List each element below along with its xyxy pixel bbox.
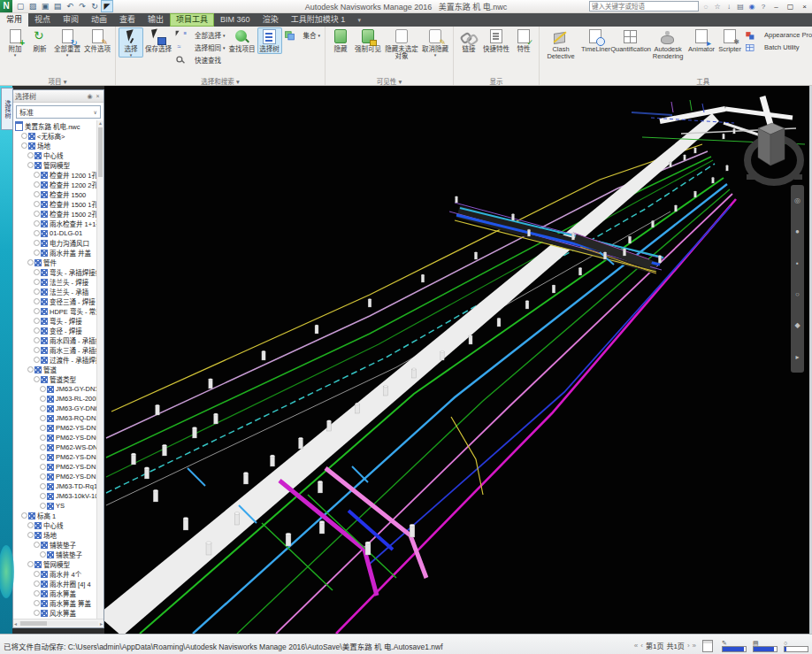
tree-node[interactable]: JM63-GY-DN600 [13,404,96,413]
ribbon-button-全部选择[interactable]: 全部选择▾ [173,29,227,41]
ribbon-button-强制可见[interactable]: 强制可见 [353,27,383,54]
tab-视点[interactable]: 视点 [28,13,57,27]
tree-node[interactable]: 雨水箅盖 [13,589,96,598]
tree-node[interactable]: 雨水井盖 井盖 [13,248,96,258]
scroll-up-icon[interactable]: ▲ [98,120,103,126]
ribbon-button-取消隐藏[interactable]: 取消隐藏▾ [420,27,450,58]
ribbon-button-查找项目[interactable]: 查找项目 [227,27,257,54]
search-icon[interactable]: ◌ [701,3,710,11]
ribbon-button-TimeLiner[interactable]: TimeLiner [579,27,612,54]
tree-node[interactable]: 过渡件 - 承插焊接 [13,355,96,365]
tree-node[interactable]: 管件 [13,258,96,267]
scroll-right-icon[interactable]: ▸ [100,620,103,627]
tree-node[interactable]: PM62-YS-DN800 [13,452,96,462]
tree-node[interactable]: 风水箅盖 [13,608,96,618]
ribbon-button-特性[interactable]: 特性 [511,27,536,54]
ribbon-button-选择[interactable]: 选择▾ [119,27,143,58]
ribbon-button-Animator[interactable]: Animator [686,27,716,54]
next-page-icon[interactable]: › [687,642,690,650]
tree-vertical-scrollbar[interactable]: ▲ [96,120,103,619]
ribbon-button-文件选项[interactable]: 文件选项 [82,27,112,54]
tab-项目工具[interactable]: 项目工具 [170,13,214,27]
tree-node[interactable]: 检查井 1500 [13,189,96,199]
tree-node[interactable]: 电力沟通风口 [13,238,96,248]
new-icon[interactable]: ▢ [15,1,26,12]
tree-node[interactable]: 法兰头 - 承插 [13,287,96,296]
ribbon-button-隐藏[interactable]: 隐藏 [328,27,353,54]
tree-node[interactable]: 中心线 [13,520,96,530]
tree-node[interactable]: 检查井 1500 2孔 [13,209,96,219]
sign-in-icon[interactable]: ◉ [747,3,756,11]
ribbon-button-链接[interactable]: 链接 [456,27,481,54]
orbit-icon[interactable]: ○ [795,290,800,298]
tree-node[interactable]: JM63-TD-Rq10 [13,481,96,491]
tab-查看[interactable]: 查看 [113,13,142,27]
tree-node[interactable]: PM62-YS-DN500 [13,423,96,433]
tab-渲染[interactable]: 渲染 [257,13,285,27]
tree-node[interactable]: 管道 [13,365,96,374]
ribbon-button-选择相同[interactable]: 选择相同▾ [173,42,227,53]
tree-node[interactable]: 雨水箅盖 箅盖 [13,598,96,608]
zoom-icon[interactable]: ▪ [796,259,799,267]
ribbon-button-全部重置[interactable]: 全部重置▾ [52,27,82,58]
ribbon-button-选择树[interactable]: 选择树 [257,27,282,54]
tab-BIM 360[interactable]: BIM 360 [214,13,257,27]
tree-node[interactable]: 检查井 1200 2孔 [13,180,96,189]
close-icon[interactable]: × [94,93,102,99]
tree-node[interactable]: 01-DLG-01 [13,228,96,238]
tree-node[interactable]: 雨水检查井 1+1孔 [13,219,96,228]
restore-button[interactable]: ▢ [785,3,796,11]
tree-node[interactable]: PM62-YS-DN1000 [13,462,96,472]
viewport-3d-scene[interactable] [104,86,809,634]
print-icon[interactable]: ▤ [52,1,63,12]
tree-node[interactable]: 检查井 1500 1孔 [13,199,96,209]
sheet-browser-icon[interactable] [702,640,713,652]
tree-node[interactable]: 雨水三通 - 承插组 [13,345,96,355]
ribbon-button-Quantification[interactable]: Quantification [612,27,649,54]
viewport-3d[interactable]: ◎●▪○◆▸ [104,86,812,634]
tree-node[interactable]: 雨水井圈 [4] 4 [13,579,96,589]
tree-node[interactable]: 标高 1 [13,511,96,520]
star-icon[interactable]: ☆ [713,3,722,11]
tab-动画[interactable]: 动画 [85,13,113,27]
ribbon-options-icon[interactable]: ▾ [351,13,367,27]
tree-node[interactable]: 管网模型 [13,160,96,170]
tab-常用[interactable]: 常用 [0,13,28,27]
select-icon[interactable]: ◤ [102,1,112,12]
close-button[interactable]: × [799,3,810,11]
tree-node[interactable]: 管道类型 [13,374,96,384]
refresh-icon[interactable]: ↻ [89,1,100,12]
pin-icon[interactable]: ◉ [86,93,94,100]
open-icon[interactable]: ▨ [27,1,38,12]
tab-输出[interactable]: 输出 [142,13,170,27]
tree-node[interactable]: 场地 [13,530,96,540]
scrollbar-thumb[interactable] [20,621,47,626]
ribbon-button-刷新[interactable]: 刷新 [27,27,52,54]
ribbon-button-Appearance Profiler[interactable]: Appearance Profiler [743,29,812,41]
tree-horizontal-scrollbar[interactable]: ◂ ▸ [13,619,103,627]
tree-node[interactable]: JM63-RL-200kV [13,394,96,404]
look-icon[interactable]: ◆ [794,321,800,329]
ribbon-button-隐藏未选定对象[interactable]: 隐藏未选定对象 [383,27,420,62]
ribbon-button-快捷特性[interactable]: 快捷特性 [481,27,511,54]
tree-node[interactable]: 管网模型 [13,559,96,569]
tree-node[interactable]: 弯头 - 焊接 [13,316,96,326]
scroll-left-icon[interactable]: ◂ [14,620,17,627]
tree-node[interactable]: JM63-RQ-DN200 [13,413,96,423]
ribbon-button-Scripter[interactable]: Scripter [716,27,743,54]
ribbon-button-Clash Detective[interactable]: Clash Detective [542,27,579,62]
walk-icon[interactable]: ▸ [795,353,799,361]
tree-node[interactable]: 弯头 - 承插焊接组 [13,267,96,277]
undo-icon[interactable]: ↶ [65,1,75,12]
selection-tree-side-tab[interactable]: 选择树 [1,88,13,130]
tree-node[interactable]: PM62-YS-DN600 [13,433,96,442]
tree-node[interactable]: 中心线 [13,150,96,160]
scrollbar-thumb[interactable] [98,127,103,177]
pan-hand-icon[interactable]: ● [795,227,800,235]
infocenter-search-input[interactable] [589,1,699,12]
ribbon-button-附加[interactable]: 附加▾ [3,27,27,58]
ribbon-button-快速查找[interactable]: 快速查找 [173,54,227,65]
tree-node[interactable]: 检查井 1200 1孔 [13,170,96,180]
tree-node[interactable]: HDPE 弯头 - 常规 [13,306,96,316]
ribbon-button-保存选择[interactable]: 保存选择 [143,27,173,54]
